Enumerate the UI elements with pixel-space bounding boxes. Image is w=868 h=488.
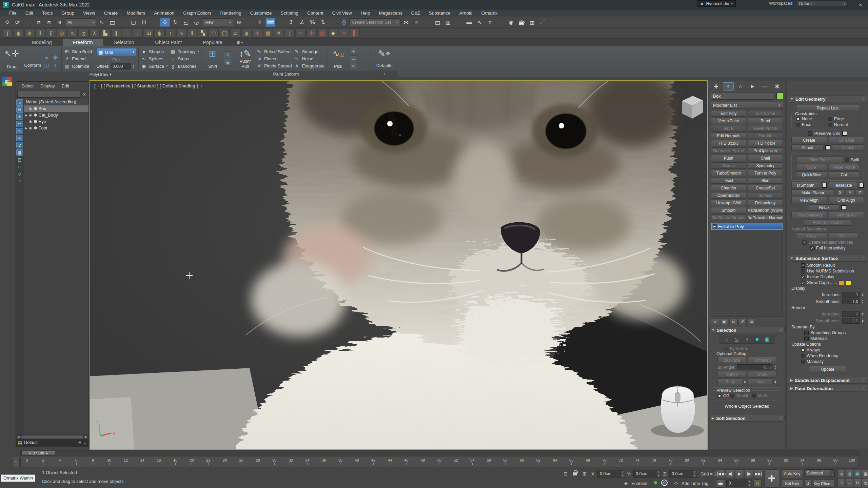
playback-button[interactable]: |◀◀ <box>716 469 725 478</box>
ornatrix-tool-icon[interactable]: ◎ <box>57 28 67 38</box>
visibility-eye-icon[interactable]: ◉ <box>29 126 32 130</box>
explorer-filter-icon[interactable]: ▦ <box>16 149 23 156</box>
loop-spinner[interactable]: ▲▼ <box>774 380 776 384</box>
toolbar-icon[interactable]: ▢ <box>129 18 138 27</box>
by-vertex-checkbox[interactable]: By Vertex <box>724 346 748 351</box>
hide-selected-button[interactable]: Hide Selected <box>791 212 827 218</box>
pick-deform-button[interactable]: ∿⚿ Pick <box>329 47 347 70</box>
ribbon-tab[interactable]: Populate <box>193 39 232 46</box>
toolbar-icon[interactable]: ◎ <box>192 18 201 27</box>
workspace-dropdown[interactable]: Default ▾ <box>797 0 848 7</box>
modifier-button[interactable]: Normalize Spline <box>711 147 746 154</box>
viewport-nav-icon[interactable]: ▣ <box>854 470 861 478</box>
ornatrix-tool-icon[interactable]: ψ <box>155 28 164 38</box>
by-angle-field[interactable]: 45.0 <box>737 364 772 370</box>
stack-tool-icon[interactable]: ⌖ <box>711 319 719 325</box>
toolbar-icon[interactable]: ≡ <box>412 18 421 27</box>
explorer-hscrollbar[interactable]: ◀▶ <box>16 434 88 439</box>
toolbar-icon[interactable] <box>118 18 128 27</box>
modifier-button[interactable]: Sweep <box>711 162 746 169</box>
modifier-button[interactable]: Edit Poly <box>711 110 746 117</box>
playback-button[interactable]: ◀| <box>726 469 734 478</box>
preview-selection-radio[interactable]: Off <box>717 393 729 398</box>
modifier-button[interactable]: Extrude <box>748 133 783 139</box>
paste-button[interactable]: Paste <box>829 232 859 239</box>
separate-by-checkbox[interactable]: Materials <box>804 336 867 341</box>
modifier-button[interactable]: Retopology <box>748 200 783 206</box>
modifier-button[interactable]: Ox Rotate Strands <box>711 215 746 221</box>
x-coordinate-field[interactable]: 0.0cm▲▼ <box>597 470 625 477</box>
explorer-filter-icon[interactable]: ▤ <box>16 156 23 163</box>
explorer-filter-icon[interactable]: ⧉ <box>16 106 23 113</box>
ornatrix-tool-icon[interactable]: ǁ <box>35 28 45 38</box>
planar-z-button[interactable]: Z <box>856 189 864 196</box>
command-panel-tab[interactable]: ✚ <box>711 82 722 90</box>
stack-tool-icon[interactable]: ✗ <box>738 319 747 325</box>
explorer-filter-icon[interactable]: ○ <box>16 99 23 106</box>
toolbar-icon[interactable]: ▥ <box>443 18 453 27</box>
visibility-eye-icon[interactable]: ◉ <box>29 113 32 117</box>
toolbar-icon[interactable]: % <box>308 18 317 27</box>
command-panel-tab[interactable]: ▭ <box>760 82 770 90</box>
subdivision-checkbox[interactable]: Isoline Display <box>801 274 867 279</box>
command-panel-tab[interactable]: ✱ <box>772 82 783 90</box>
modifier-button[interactable]: Ox Transfer Normals <box>748 215 783 221</box>
value-spinner[interactable]: ▲▼ <box>862 312 864 316</box>
update-button[interactable]: Update <box>809 366 846 372</box>
modifier-button[interactable]: Bend <box>748 118 783 124</box>
value-spinner[interactable]: ▲▼ <box>862 300 864 304</box>
close-button[interactable]: ✕ <box>853 0 868 9</box>
named-selection-set-dropdown[interactable]: Create Selection Set▾ <box>350 18 400 26</box>
time-configuration-button[interactable]: ⊙ <box>753 480 762 488</box>
toolbar-icon[interactable]: ≋ <box>55 18 64 27</box>
ornatrix-tool-icon[interactable]: ∿ <box>68 28 78 38</box>
z-coordinate-field[interactable]: 0.0cm▲▼ <box>669 470 697 477</box>
value-spinner[interactable]: ▲▼ <box>862 293 864 297</box>
update-option-radio[interactable]: Always <box>801 348 867 352</box>
menu-item[interactable]: Substance <box>425 9 455 17</box>
toolbar-icon[interactable]: ✛ <box>255 18 265 27</box>
modifier-button[interactable]: Edit Spline <box>748 110 783 117</box>
ribbon-collapse-icon[interactable]: ▣ ▾ <box>233 40 246 46</box>
toolbar-icon[interactable]: ◱ <box>181 18 191 27</box>
subdivision-surface-rollout-header[interactable]: ▼Subdivision Surface⠿ <box>788 255 867 262</box>
current-frame-field[interactable]: 0▲▼ <box>726 480 752 487</box>
subdivision-checkbox[interactable]: Use NURMS Subdivision <box>801 269 867 273</box>
update-option-radio[interactable]: Manually <box>801 359 867 364</box>
stack-entry[interactable]: ▶Editable Poly <box>711 223 783 230</box>
ornatrix-tool-icon[interactable]: ʃ <box>285 28 295 38</box>
toolbar-icon[interactable]: ⊡ <box>139 18 149 27</box>
ornatrix-tool-icon[interactable]: # <box>274 28 284 38</box>
y-coordinate-field[interactable]: 0.0cm▲▼ <box>633 470 661 477</box>
explorer-sort-header[interactable]: Name (Sorted Ascending) <box>24 99 88 105</box>
reference-coordinate-dropdown[interactable]: View▾ <box>202 18 233 26</box>
modifier-button[interactable]: FFD 3x3x3 <box>711 140 746 146</box>
delete-isolated-vertices-checkbox[interactable]: Delete Isolated Vertices <box>802 240 853 245</box>
key-mode-toggle[interactable]: ◀▶ <box>716 480 725 488</box>
menu-item[interactable]: Megascans <box>374 9 407 17</box>
paint-deform-tool[interactable]: ⇟Exaggerate <box>294 62 325 69</box>
unhide-all-button[interactable]: Unhide All <box>829 212 864 218</box>
menu-item[interactable]: Group <box>57 9 79 17</box>
explorer-filter-icon[interactable]: ↖ <box>16 128 23 134</box>
key-filter-icon[interactable]: ⚷ <box>804 480 812 488</box>
defaults-button[interactable]: ✎⌖ Defaults <box>373 47 396 69</box>
scene-object-row[interactable]: ▶◉Cat_Body <box>24 112 88 118</box>
object-color-swatch[interactable] <box>776 93 783 99</box>
toolbar-icon[interactable]: ⟲ <box>2 18 12 27</box>
explorer-filter-icon[interactable]: Ƨ <box>16 142 23 148</box>
toolbar-icon[interactable]: ↖ <box>97 18 107 27</box>
visibility-eye-icon[interactable]: ◉ <box>29 119 32 124</box>
toolbar-icon[interactable]: ⊕ <box>234 18 244 27</box>
reset-plane-button[interactable]: Reset Plane <box>829 164 860 170</box>
grid-conform-dropdown[interactable]: ▦Grid▾ <box>96 48 136 56</box>
push-pull-button[interactable]: ↕✎ Push/ Pull <box>236 47 254 70</box>
explorer-filter-icon[interactable]: ∿ <box>16 135 23 141</box>
grid-align-button[interactable]: Grid Align <box>829 197 864 203</box>
command-panel-tab[interactable]: ► <box>747 82 758 90</box>
explorer-search-input[interactable] <box>17 91 80 98</box>
toolbar-icon[interactable]: ◉ <box>506 18 516 27</box>
ribbon-tab[interactable]: Object Paint <box>145 39 192 46</box>
enabled-indicator[interactable] <box>654 481 657 485</box>
occluded-button[interactable]: Occluded <box>748 357 777 363</box>
